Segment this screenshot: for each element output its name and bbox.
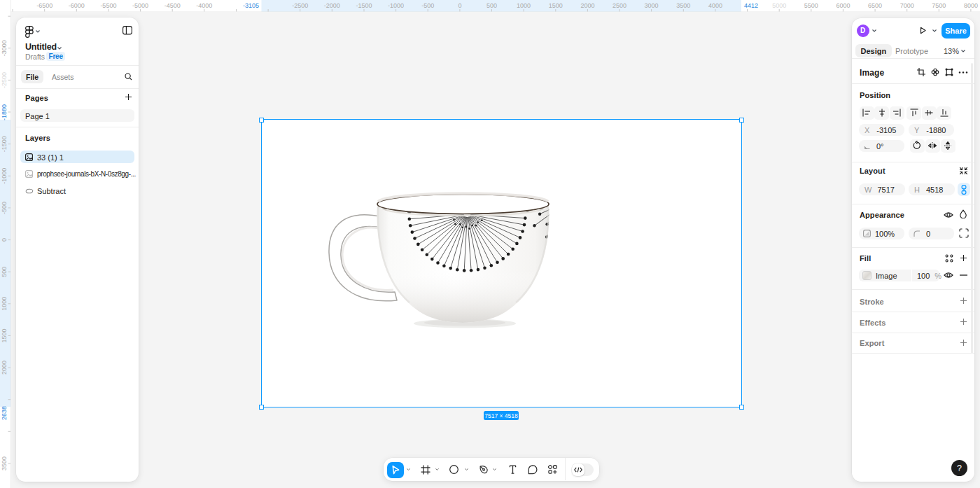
- svg-text:-6500: -6500: [36, 2, 52, 9]
- svg-text:3500: 3500: [676, 2, 690, 9]
- svg-text:2500: 2500: [612, 2, 626, 9]
- svg-text:2638: 2638: [1, 406, 8, 420]
- svg-text:-1500: -1500: [1, 136, 8, 152]
- svg-text:6000: 6000: [836, 2, 850, 9]
- svg-text:-2500: -2500: [292, 2, 308, 9]
- svg-text:5500: 5500: [804, 2, 818, 9]
- svg-text:-500: -500: [1, 202, 8, 214]
- svg-text:-2500: -2500: [1, 72, 8, 88]
- svg-text:7500: 7500: [932, 2, 946, 9]
- svg-text:500: 500: [1, 267, 8, 277]
- svg-text:0: 0: [1, 238, 8, 242]
- svg-text:-4000: -4000: [196, 2, 212, 9]
- svg-text:8000: 8000: [964, 2, 978, 9]
- svg-text:5000: 5000: [772, 2, 786, 9]
- svg-text:-3000: -3000: [1, 40, 8, 56]
- svg-text:2000: 2000: [580, 2, 594, 9]
- svg-text:4412: 4412: [744, 2, 758, 9]
- svg-text:3000: 3000: [645, 2, 659, 9]
- svg-text:500: 500: [486, 2, 497, 9]
- svg-text:4000: 4000: [708, 2, 722, 9]
- svg-text:-3105: -3105: [243, 2, 259, 9]
- svg-text:1500: 1500: [549, 2, 563, 9]
- svg-text:6500: 6500: [868, 2, 882, 9]
- svg-text:-500: -500: [421, 2, 434, 9]
- svg-text:0: 0: [458, 2, 461, 9]
- svg-text:1000: 1000: [1, 297, 8, 311]
- svg-text:2000: 2000: [1, 361, 8, 375]
- svg-text:-6000: -6000: [69, 2, 85, 9]
- svg-text:1000: 1000: [517, 2, 531, 9]
- svg-text:-1000: -1000: [388, 2, 404, 9]
- svg-text:-5000: -5000: [132, 2, 148, 9]
- svg-text:3500: 3500: [1, 456, 8, 470]
- svg-text:7000: 7000: [900, 2, 914, 9]
- svg-text:-1880: -1880: [1, 104, 8, 120]
- svg-text:-1500: -1500: [356, 2, 372, 9]
- svg-text:-4500: -4500: [164, 2, 181, 9]
- svg-text:-2000: -2000: [324, 2, 340, 9]
- svg-text:-5500: -5500: [100, 2, 116, 9]
- svg-text:1500: 1500: [1, 328, 8, 342]
- svg-text:-1000: -1000: [1, 168, 8, 184]
